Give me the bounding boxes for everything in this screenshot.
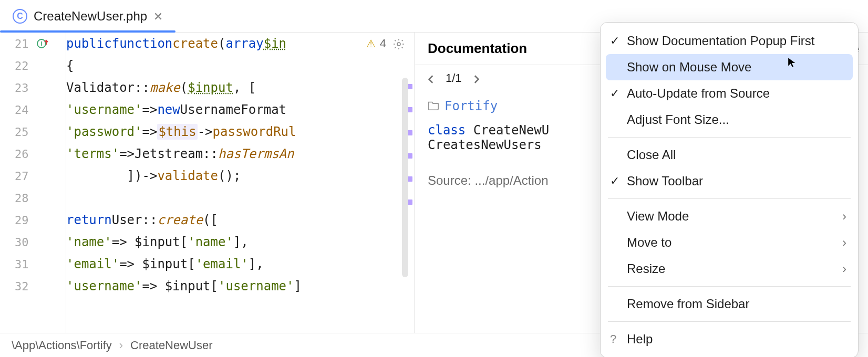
line-number: 31: [15, 258, 29, 271]
close-icon[interactable]: [153, 12, 163, 21]
line-number: 30: [15, 236, 29, 249]
line-number: 24: [15, 103, 29, 117]
line-number: 23: [15, 81, 29, 94]
menu-separator: [608, 137, 851, 138]
tab-filename: CreateNewUser.php: [34, 9, 147, 24]
editor-scrollbar[interactable]: [402, 78, 408, 277]
line-number: 21: [15, 37, 29, 50]
gear-icon[interactable]: [392, 38, 405, 50]
chevron-right-icon: ›: [119, 339, 123, 352]
code-content[interactable]: public function create(array $in { Valid…: [66, 33, 415, 333]
editor-tab-active[interactable]: C CreateNewUser.php: [0, 0, 175, 32]
nav-back-button[interactable]: [427, 74, 436, 83]
editor-gutter: 21 I 22 23 24 25 26 27 28 29 30 31 32: [0, 33, 66, 333]
line-number: 28: [15, 192, 29, 205]
folder-icon: [428, 99, 439, 113]
line-number: 32: [15, 280, 29, 293]
nav-forward-button[interactable]: [471, 74, 481, 83]
line-number: 26: [15, 148, 29, 161]
checkmark-icon: ✓: [610, 87, 619, 100]
menu-adjust-font-size[interactable]: Adjust Font Size...: [601, 107, 858, 133]
warning-icon: ⚠︎: [366, 37, 376, 50]
documentation-title: Documentation: [428, 40, 527, 57]
menu-move-to[interactable]: Move to ›: [601, 229, 858, 256]
checkmark-icon: ✓: [610, 34, 619, 48]
svg-text:I: I: [40, 40, 42, 47]
menu-separator: [608, 286, 851, 287]
documentation-context-menu: ✓ Show Documentation Popup First Show on…: [600, 22, 859, 357]
menu-remove-from-sidebar[interactable]: Remove from Sidebar: [601, 291, 858, 317]
menu-close-all[interactable]: Close All: [601, 142, 858, 168]
cursor-icon: [787, 57, 799, 68]
line-number: 22: [15, 59, 29, 72]
menu-show-doc-popup-first[interactable]: ✓ Show Documentation Popup First: [601, 28, 858, 54]
line-number: 25: [15, 125, 29, 139]
chevron-right-icon: ›: [842, 261, 846, 276]
breadcrumb-current[interactable]: CreateNewUser: [130, 339, 213, 352]
menu-separator: [608, 198, 851, 199]
code-editor[interactable]: 21 I 22 23 24 25 26 27 28 29 30 31 32 pu…: [0, 33, 415, 333]
class-file-icon: C: [13, 9, 27, 24]
menu-view-mode[interactable]: View Mode ›: [601, 203, 858, 229]
doc-source-path: .../app/Action: [474, 173, 548, 187]
doc-source-label: Source:: [428, 173, 471, 187]
warning-count: 4: [380, 37, 386, 50]
help-icon: ?: [610, 332, 616, 346]
chevron-right-icon: ›: [842, 235, 846, 250]
menu-separator: [608, 321, 851, 322]
inspection-warnings[interactable]: ⚠︎ 4: [366, 37, 386, 50]
svg-point-2: [397, 43, 400, 46]
menu-auto-update-from-source[interactable]: ✓ Auto-Update from Source: [601, 80, 858, 107]
menu-resize[interactable]: Resize ›: [601, 256, 858, 282]
checkmark-icon: ✓: [610, 174, 619, 188]
chevron-right-icon: ›: [842, 209, 846, 224]
breadcrumb-path[interactable]: \App\Actions\Fortify: [12, 339, 112, 352]
menu-help[interactable]: ? Help: [601, 326, 858, 352]
doc-namespace-link[interactable]: Fortify: [445, 99, 498, 113]
implements-gutter-icon[interactable]: I: [36, 37, 49, 50]
line-number: 29: [15, 214, 29, 227]
menu-show-on-mouse-move[interactable]: Show on Mouse Move: [606, 54, 853, 80]
line-number: 27: [15, 170, 29, 183]
menu-show-toolbar[interactable]: ✓ Show Toolbar: [601, 168, 858, 194]
doc-nav-position: 1/1: [446, 71, 462, 85]
